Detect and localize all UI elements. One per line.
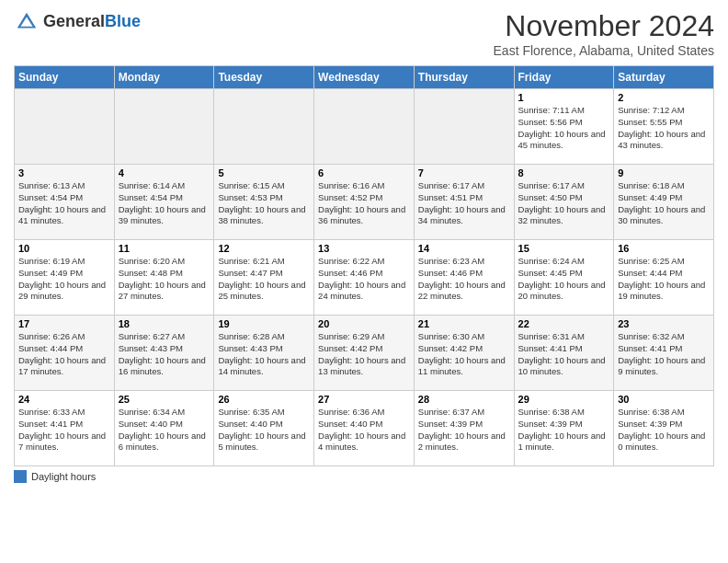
month-title: November 2024	[494, 9, 714, 43]
day-info: Sunrise: 6:19 AM Sunset: 4:49 PM Dayligh…	[18, 256, 110, 303]
day-number: 24	[18, 394, 110, 405]
week-row-1: 1Sunrise: 7:11 AM Sunset: 5:56 PM Daylig…	[15, 89, 714, 165]
day-info: Sunrise: 6:30 AM Sunset: 4:42 PM Dayligh…	[418, 331, 510, 378]
day-number: 10	[18, 243, 110, 254]
calendar-cell: 11Sunrise: 6:20 AM Sunset: 4:48 PM Dayli…	[114, 240, 214, 316]
day-info: Sunrise: 6:29 AM Sunset: 4:42 PM Dayligh…	[318, 331, 410, 378]
calendar-cell: 10Sunrise: 6:19 AM Sunset: 4:49 PM Dayli…	[15, 240, 115, 316]
day-info: Sunrise: 6:20 AM Sunset: 4:48 PM Dayligh…	[119, 256, 210, 303]
day-number: 20	[318, 318, 410, 329]
day-number: 21	[418, 318, 510, 329]
calendar-cell	[114, 89, 214, 165]
day-info: Sunrise: 6:32 AM Sunset: 4:41 PM Dayligh…	[618, 331, 710, 378]
calendar-cell: 17Sunrise: 6:26 AM Sunset: 4:44 PM Dayli…	[15, 316, 115, 391]
day-number: 23	[618, 318, 710, 329]
calendar-cell	[414, 89, 514, 165]
day-info: Sunrise: 6:25 AM Sunset: 4:44 PM Dayligh…	[618, 256, 710, 303]
calendar-cell: 4Sunrise: 6:14 AM Sunset: 4:54 PM Daylig…	[114, 165, 214, 240]
calendar-cell: 15Sunrise: 6:24 AM Sunset: 4:45 PM Dayli…	[514, 240, 614, 316]
day-info: Sunrise: 6:21 AM Sunset: 4:47 PM Dayligh…	[218, 256, 310, 303]
day-info: Sunrise: 6:38 AM Sunset: 4:39 PM Dayligh…	[518, 407, 610, 454]
day-info: Sunrise: 6:23 AM Sunset: 4:46 PM Dayligh…	[418, 256, 510, 303]
weekday-header-wednesday: Wednesday	[314, 66, 415, 89]
logo-blue: Blue	[105, 12, 141, 30]
day-info: Sunrise: 6:36 AM Sunset: 4:40 PM Dayligh…	[318, 407, 410, 454]
day-info: Sunrise: 7:12 AM Sunset: 5:55 PM Dayligh…	[618, 105, 710, 152]
day-info: Sunrise: 6:28 AM Sunset: 4:43 PM Dayligh…	[218, 331, 310, 378]
day-info: Sunrise: 6:14 AM Sunset: 4:54 PM Dayligh…	[119, 180, 210, 227]
day-info: Sunrise: 6:17 AM Sunset: 4:50 PM Dayligh…	[518, 180, 610, 227]
day-number: 9	[618, 167, 710, 178]
calendar-cell: 2Sunrise: 7:12 AM Sunset: 5:55 PM Daylig…	[614, 89, 714, 165]
day-info: Sunrise: 6:37 AM Sunset: 4:39 PM Dayligh…	[418, 407, 510, 454]
day-info: Sunrise: 7:11 AM Sunset: 5:56 PM Dayligh…	[518, 105, 610, 152]
day-number: 13	[318, 243, 410, 254]
subtitle: East Florence, Alabama, United States	[494, 43, 714, 58]
footer: Daylight hours	[14, 470, 714, 483]
day-number: 27	[318, 394, 410, 405]
calendar-cell: 16Sunrise: 6:25 AM Sunset: 4:44 PM Dayli…	[614, 240, 714, 316]
calendar-cell: 21Sunrise: 6:30 AM Sunset: 4:42 PM Dayli…	[414, 316, 514, 391]
weekday-header-sunday: Sunday	[15, 66, 115, 89]
day-number: 6	[318, 167, 410, 178]
logo: GeneralBlue	[14, 9, 141, 35]
day-number: 26	[218, 394, 310, 405]
day-info: Sunrise: 6:22 AM Sunset: 4:46 PM Dayligh…	[318, 256, 410, 303]
day-info: Sunrise: 6:34 AM Sunset: 4:40 PM Dayligh…	[119, 407, 210, 454]
day-info: Sunrise: 6:33 AM Sunset: 4:41 PM Dayligh…	[18, 407, 110, 454]
calendar-cell	[314, 89, 415, 165]
legend-box	[14, 470, 27, 483]
calendar: SundayMondayTuesdayWednesdayThursdayFrid…	[14, 65, 714, 466]
calendar-cell: 28Sunrise: 6:37 AM Sunset: 4:39 PM Dayli…	[414, 391, 514, 466]
day-number: 28	[418, 394, 510, 405]
week-row-4: 17Sunrise: 6:26 AM Sunset: 4:44 PM Dayli…	[15, 316, 714, 391]
day-number: 12	[218, 243, 310, 254]
day-number: 2	[618, 92, 710, 103]
weekday-header-saturday: Saturday	[614, 66, 714, 89]
calendar-cell: 9Sunrise: 6:18 AM Sunset: 4:49 PM Daylig…	[614, 165, 714, 240]
calendar-cell: 12Sunrise: 6:21 AM Sunset: 4:47 PM Dayli…	[214, 240, 314, 316]
day-number: 30	[618, 394, 710, 405]
calendar-cell: 8Sunrise: 6:17 AM Sunset: 4:50 PM Daylig…	[514, 165, 614, 240]
calendar-cell: 29Sunrise: 6:38 AM Sunset: 4:39 PM Dayli…	[514, 391, 614, 466]
calendar-cell	[15, 89, 115, 165]
calendar-cell: 7Sunrise: 6:17 AM Sunset: 4:51 PM Daylig…	[414, 165, 514, 240]
calendar-cell: 14Sunrise: 6:23 AM Sunset: 4:46 PM Dayli…	[414, 240, 514, 316]
calendar-cell: 6Sunrise: 6:16 AM Sunset: 4:52 PM Daylig…	[314, 165, 415, 240]
title-block: November 2024 East Florence, Alabama, Un…	[494, 9, 714, 58]
legend-label: Daylight hours	[31, 471, 96, 482]
day-info: Sunrise: 6:26 AM Sunset: 4:44 PM Dayligh…	[18, 331, 110, 378]
weekday-header-monday: Monday	[114, 66, 214, 89]
day-info: Sunrise: 6:38 AM Sunset: 4:39 PM Dayligh…	[618, 407, 710, 454]
day-info: Sunrise: 6:13 AM Sunset: 4:54 PM Dayligh…	[18, 180, 110, 227]
day-number: 7	[418, 167, 510, 178]
day-number: 4	[119, 167, 210, 178]
weekday-header-thursday: Thursday	[414, 66, 514, 89]
day-number: 18	[119, 318, 210, 329]
day-number: 11	[119, 243, 210, 254]
logo-text: GeneralBlue	[43, 13, 141, 31]
day-number: 17	[18, 318, 110, 329]
day-number: 22	[518, 318, 610, 329]
weekday-header-row: SundayMondayTuesdayWednesdayThursdayFrid…	[15, 66, 714, 89]
day-info: Sunrise: 6:31 AM Sunset: 4:41 PM Dayligh…	[518, 331, 610, 378]
calendar-cell: 22Sunrise: 6:31 AM Sunset: 4:41 PM Dayli…	[514, 316, 614, 391]
day-number: 25	[119, 394, 210, 405]
day-number: 3	[18, 167, 110, 178]
day-number: 1	[518, 92, 610, 103]
calendar-cell: 20Sunrise: 6:29 AM Sunset: 4:42 PM Dayli…	[314, 316, 415, 391]
weekday-header-friday: Friday	[514, 66, 614, 89]
day-info: Sunrise: 6:17 AM Sunset: 4:51 PM Dayligh…	[418, 180, 510, 227]
day-number: 5	[218, 167, 310, 178]
day-number: 15	[518, 243, 610, 254]
header: GeneralBlue November 2024 East Florence,…	[14, 9, 714, 58]
day-info: Sunrise: 6:15 AM Sunset: 4:53 PM Dayligh…	[218, 180, 310, 227]
page: GeneralBlue November 2024 East Florence,…	[0, 0, 728, 563]
day-info: Sunrise: 6:18 AM Sunset: 4:49 PM Dayligh…	[618, 180, 710, 227]
calendar-cell: 30Sunrise: 6:38 AM Sunset: 4:39 PM Dayli…	[614, 391, 714, 466]
calendar-cell: 18Sunrise: 6:27 AM Sunset: 4:43 PM Dayli…	[114, 316, 214, 391]
logo-general: General	[43, 12, 105, 30]
calendar-cell: 19Sunrise: 6:28 AM Sunset: 4:43 PM Dayli…	[214, 316, 314, 391]
calendar-cell: 27Sunrise: 6:36 AM Sunset: 4:40 PM Dayli…	[314, 391, 415, 466]
calendar-cell: 3Sunrise: 6:13 AM Sunset: 4:54 PM Daylig…	[15, 165, 115, 240]
